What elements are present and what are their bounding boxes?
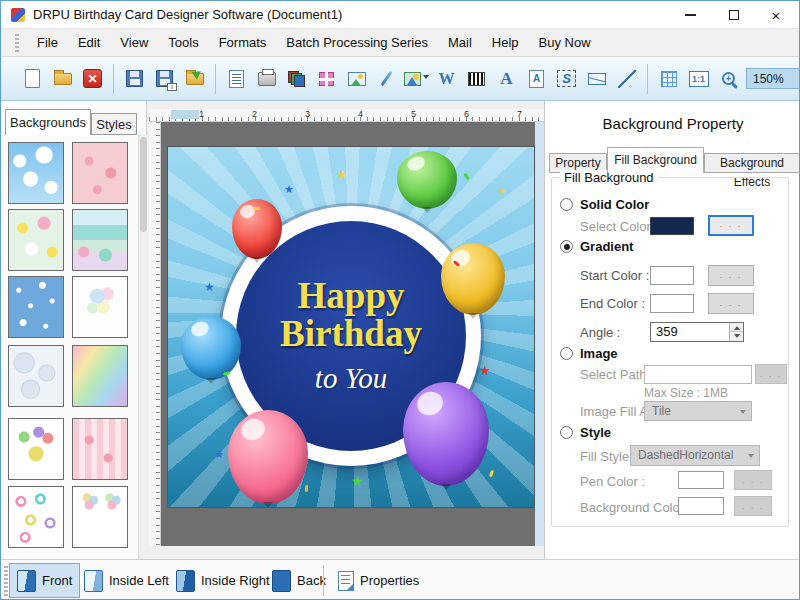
style-radio[interactable]	[560, 426, 573, 439]
print-icon[interactable]	[254, 66, 279, 92]
confetti-decoration	[253, 207, 260, 210]
email-icon[interactable]	[584, 66, 609, 92]
properties-button[interactable]: Properties	[331, 563, 426, 598]
actual-size-icon[interactable]: 1:1	[686, 66, 711, 92]
maximize-button[interactable]	[713, 1, 755, 29]
menu-file[interactable]: File	[27, 30, 68, 55]
page-inside-right-button[interactable]: Inside Right	[169, 563, 277, 598]
close-document-icon[interactable]: ✕	[80, 66, 105, 92]
background-color-swatch[interactable]	[678, 497, 724, 515]
confetti-decoration	[463, 173, 469, 180]
gift-icon[interactable]	[314, 66, 339, 92]
start-color-browse-button[interactable]: . . .	[708, 265, 754, 286]
thumbnail-sky-clouds[interactable]	[8, 142, 64, 204]
tab-background-effects[interactable]: Background Effects	[704, 153, 800, 173]
solid-color-swatch[interactable]	[650, 217, 694, 235]
image-label: Image	[580, 346, 618, 361]
angle-spin-buttons	[729, 323, 743, 341]
thumbnail-balloon-sketch[interactable]	[72, 276, 128, 338]
close-button[interactable]: ×	[755, 1, 797, 29]
style-label: Style	[580, 425, 611, 440]
ruler-number: 2	[252, 109, 257, 119]
menu-help[interactable]: Help	[482, 30, 529, 55]
menu-batch-processing-series[interactable]: Batch Processing Series	[276, 30, 438, 55]
sidebar-scrollbar[interactable]	[138, 135, 147, 559]
select-path-field[interactable]	[644, 365, 752, 384]
balloon-pink	[228, 410, 308, 504]
watermark-icon[interactable]: W	[434, 66, 459, 92]
save-icon[interactable]	[122, 66, 147, 92]
zoom-level-combo[interactable]: 150%	[746, 68, 800, 89]
star-decoration: ★	[336, 168, 348, 181]
angle-spinner[interactable]: 359	[650, 322, 744, 342]
start-color-label: Start Color :	[580, 268, 649, 283]
backgrounds-sidebar: Backgrounds Styles	[1, 101, 147, 559]
menu-buy-now[interactable]: Buy Now	[529, 30, 601, 55]
solid-color-browse-button[interactable]: . . .	[708, 215, 754, 236]
menu-tools[interactable]: Tools	[158, 30, 208, 55]
horizontal-ruler: 1 2 3 4 5 6 7	[149, 109, 544, 122]
menu-view[interactable]: View	[110, 30, 158, 55]
thumbnail-balloon-bouquets[interactable]	[72, 486, 128, 548]
background-color-browse-button[interactable]: . . .	[734, 496, 772, 516]
insert-text-icon[interactable]: A	[494, 66, 519, 92]
select-path-browse-button[interactable]: . . .	[755, 364, 787, 384]
fill-style-dropdown[interactable]: DashedHorizontal	[630, 445, 760, 466]
line-tool-icon[interactable]	[614, 66, 639, 92]
thumbnail-starry-blue[interactable]	[8, 276, 64, 338]
thumbnail-hearts-outline[interactable]	[8, 486, 64, 548]
end-color-browse-button[interactable]: . . .	[708, 293, 754, 314]
zoom-in-icon[interactable]: +	[716, 66, 741, 92]
image-radio[interactable]	[560, 347, 573, 360]
inside-left-page-icon	[84, 570, 103, 592]
menu-edit[interactable]: Edit	[68, 30, 110, 55]
new-document-icon[interactable]	[20, 66, 45, 92]
minimize-button[interactable]	[669, 1, 711, 29]
pen-color-swatch[interactable]	[678, 471, 724, 489]
draw-pen-icon[interactable]	[374, 66, 399, 92]
thumbnail-heart-curtain[interactable]	[72, 418, 128, 480]
card-design[interactable]: Happy Birthday to You ★★★★★★★	[168, 147, 534, 507]
bottombar-grip	[4, 566, 8, 596]
open-icon[interactable]	[50, 66, 75, 92]
thumbnail-pastel-flowers[interactable]	[8, 209, 64, 271]
notes-icon[interactable]	[224, 66, 249, 92]
spin-up-icon[interactable]	[730, 323, 743, 332]
page-front-button[interactable]: Front	[9, 563, 80, 598]
solid-color-radio[interactable]	[560, 198, 573, 211]
gradient-radio[interactable]	[560, 240, 573, 253]
spin-down-icon[interactable]	[730, 332, 743, 341]
thumbnail-bubbles[interactable]	[8, 345, 64, 407]
tab-backgrounds[interactable]: Backgrounds	[5, 109, 91, 135]
thumbnail-pink-hearts[interactable]	[72, 142, 128, 204]
menu-formats[interactable]: Formats	[209, 30, 277, 55]
start-color-swatch[interactable]	[650, 266, 694, 285]
barcode-icon[interactable]	[464, 66, 489, 92]
page-back-label: Back	[297, 573, 326, 588]
properties-icon	[338, 571, 354, 591]
pen-color-browse-button[interactable]: . . .	[734, 470, 772, 490]
menu-mail[interactable]: Mail	[438, 30, 482, 55]
sidebar-scrollbar-thumb[interactable]	[140, 137, 147, 232]
star-decoration: ★	[479, 364, 491, 377]
balloon-green	[397, 151, 457, 209]
tab-styles[interactable]: Styles	[91, 113, 137, 135]
thumbnail-rainbow-pastel[interactable]	[72, 345, 128, 407]
thumbnail-pastel-landscape[interactable]	[72, 209, 128, 271]
end-color-swatch[interactable]	[650, 294, 694, 313]
tab-fill-background[interactable]: Fill Background	[607, 147, 704, 173]
import-template-icon[interactable]	[182, 66, 207, 92]
insert-image-icon[interactable]	[344, 66, 369, 92]
grid-view-icon[interactable]	[656, 66, 681, 92]
thumbnail-happy-birthday-text[interactable]	[8, 418, 64, 480]
canvas-scrollbar[interactable]	[535, 122, 544, 546]
text-art-icon[interactable]: A	[524, 66, 549, 92]
shape-picker-icon[interactable]	[404, 66, 429, 92]
image-fill-as-dropdown[interactable]: Tile	[644, 401, 752, 421]
card-text-birthday: Birthday	[280, 315, 422, 353]
save-as-icon[interactable]: I	[152, 66, 177, 92]
copies-icon[interactable]	[284, 66, 309, 92]
page-inside-left-button[interactable]: Inside Left	[77, 563, 176, 598]
signature-icon[interactable]: S	[554, 66, 579, 92]
select-color-label: Select Color :	[580, 219, 658, 234]
